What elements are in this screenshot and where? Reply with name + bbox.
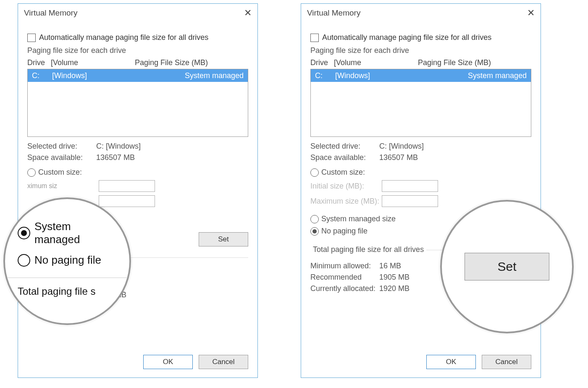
drive-listbox[interactable]: C: [Windows] System managed: [27, 69, 248, 137]
close-icon[interactable]: ✕: [244, 8, 252, 18]
selected-drive-label: Selected drive:: [27, 142, 96, 151]
drive-list-headers: Drive [Volume Paging File Size (MB): [27, 58, 248, 67]
currently-allocated-label: Currently allocated:: [310, 284, 379, 293]
col-drive: Drive: [27, 58, 51, 67]
currently-allocated-value: 1920 MB: [379, 284, 410, 293]
no-paging-radio[interactable]: [310, 227, 319, 236]
selected-drive-label: Selected drive:: [310, 142, 379, 151]
maximum-size-input[interactable]: [99, 195, 155, 207]
col-size: Paging File Size (MB): [418, 58, 491, 67]
set-button[interactable]: Set: [199, 232, 248, 246]
auto-manage-label: Automatically manage paging file size fo…: [322, 33, 491, 42]
custom-size-radio[interactable]: [310, 168, 319, 177]
mag-system-managed-label: System managed: [34, 220, 119, 246]
recommended-label: Recommended: [310, 273, 379, 282]
row-size: System managed: [468, 71, 527, 80]
system-managed-label: System managed size: [321, 215, 396, 223]
system-managed-radio[interactable]: [310, 215, 319, 223]
space-available-label: Space available:: [27, 153, 96, 162]
col-drive: Drive: [310, 58, 334, 67]
initial-size-input[interactable]: [99, 180, 155, 192]
auto-manage-checkbox[interactable]: [27, 34, 36, 42]
per-drive-group-label: Paging file size for each drive: [27, 46, 248, 55]
close-icon[interactable]: ✕: [527, 8, 535, 18]
window-title: Virtual Memory: [24, 8, 77, 18]
drive-list-headers: Drive [Volume Paging File Size (MB): [310, 58, 531, 67]
mag-no-paging-radio[interactable]: No paging file: [18, 254, 119, 267]
drive-listbox[interactable]: C: [Windows] System managed: [310, 69, 531, 137]
mag-set-button[interactable]: Set: [465, 253, 549, 281]
titlebar: Virtual Memory ✕: [301, 4, 541, 22]
auto-manage-checkbox[interactable]: [310, 34, 319, 42]
custom-size-label: Custom size:: [321, 168, 365, 177]
drive-list-row[interactable]: C: [Windows] System managed: [311, 69, 531, 82]
row-drive: C:: [315, 71, 335, 80]
space-available-value: 136507 MB: [96, 153, 135, 162]
magnifier-right: Set: [440, 200, 574, 333]
initial-size-label-partial: ximum siz: [27, 182, 99, 190]
radio-selected-dot-icon: [21, 230, 27, 236]
row-volume: [Windows]: [335, 71, 468, 80]
selected-drive-value: C: [Windows]: [96, 142, 141, 151]
totals-group-label: Total paging file size for all drives: [310, 245, 426, 254]
space-available-label: Space available:: [310, 153, 379, 162]
recommended-value: 1905 MB: [379, 273, 410, 282]
drive-list-row[interactable]: C: [Windows] System managed: [28, 69, 248, 82]
mag-totals-label-partial: Total paging file s: [18, 286, 119, 297]
col-volume: [Volume: [334, 58, 418, 67]
col-size: Paging File Size (MB): [135, 58, 208, 67]
cancel-button[interactable]: Cancel: [199, 355, 248, 369]
row-volume: [Windows]: [52, 71, 185, 80]
maximum-size-label: Maximum size (MB):: [310, 197, 382, 206]
no-paging-label: No paging file: [321, 227, 368, 236]
titlebar: Virtual Memory ✕: [18, 4, 257, 22]
ok-button[interactable]: OK: [143, 355, 193, 369]
initial-size-input[interactable]: [382, 180, 438, 192]
space-available-value: 136507 MB: [379, 153, 418, 162]
col-volume: [Volume: [51, 58, 135, 67]
minimum-allowed-label: Minimum allowed:: [310, 262, 379, 270]
magnifier-left: System managed No paging file Total pagi…: [3, 197, 131, 325]
cancel-button[interactable]: Cancel: [482, 355, 531, 369]
per-drive-group-label: Paging file size for each drive: [310, 46, 531, 55]
mag-system-managed-radio[interactable]: System managed: [18, 220, 119, 246]
window-title: Virtual Memory: [307, 8, 360, 18]
custom-size-radio[interactable]: [27, 168, 36, 177]
radio-selected-dot-icon: [312, 229, 317, 233]
selected-drive-value: C: [Windows]: [379, 142, 424, 151]
mag-no-paging-label: No paging file: [34, 254, 101, 267]
maximum-size-input[interactable]: [382, 195, 438, 207]
row-size: System managed: [185, 71, 244, 80]
row-drive: C:: [32, 71, 52, 80]
ok-button[interactable]: OK: [426, 355, 476, 369]
minimum-allowed-value: 16 MB: [379, 262, 401, 270]
auto-manage-label: Automatically manage paging file size fo…: [39, 33, 208, 42]
initial-size-label: Initial size (MB):: [310, 182, 382, 191]
custom-size-label: Custom size:: [38, 168, 82, 177]
